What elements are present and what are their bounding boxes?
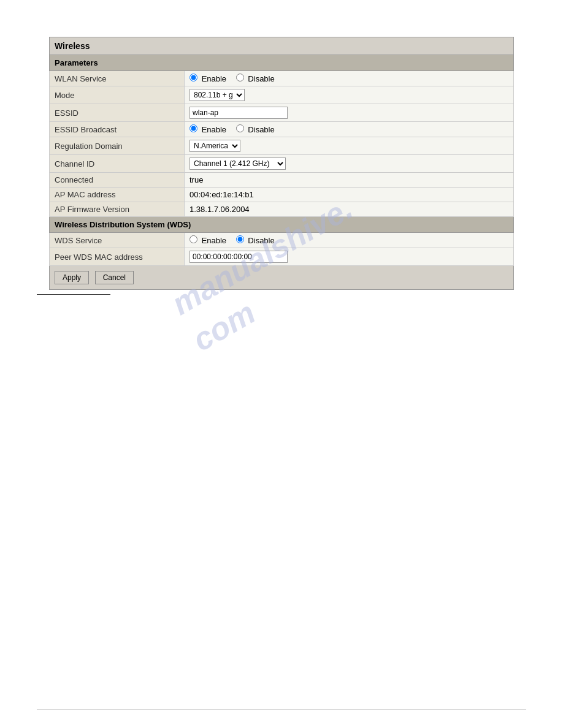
wds-service-label: WDS Service [50, 233, 185, 248]
wlan-service-value: Enable Disable [185, 71, 514, 86]
parameters-header-row: Parameters [50, 55, 514, 71]
wds-header: Wireless Distribution System (WDS) [50, 217, 514, 233]
essid-label: ESSID [50, 104, 185, 122]
ap-mac-value: 00:04:ed:1e:14:b1 [185, 188, 514, 202]
parameters-header: Parameters [50, 55, 514, 71]
top-separator-line [37, 294, 110, 295]
connected-row: Connected true [50, 173, 514, 188]
peer-wds-mac-label: Peer WDS MAC address [50, 248, 185, 266]
regulation-domain-row: Regulation Domain N.America Europe Japan [50, 137, 514, 155]
wlan-enable-text: Enable [202, 74, 226, 83]
wds-disable-text: Disable [248, 236, 274, 245]
wds-header-row: Wireless Distribution System (WDS) [50, 217, 514, 233]
ap-mac-row: AP MAC address 00:04:ed:1e:14:b1 [50, 188, 514, 202]
essid-broadcast-enable-text: Enable [202, 125, 226, 134]
mode-value: 802.11b + g 802.11b 802.11g [185, 86, 514, 104]
wireless-table: Wireless Parameters WLAN Service Enable … [49, 37, 514, 290]
essid-value [185, 104, 514, 122]
wds-enable-radio[interactable] [190, 235, 197, 243]
channel-id-select[interactable]: Channel 1 (2.412 GHz) Channel 2 (2.427 G… [190, 157, 286, 170]
buttons-row: Apply Cancel [50, 266, 514, 290]
page-title: Wireless [50, 37, 514, 55]
essid-input[interactable] [190, 107, 288, 119]
title-row: Wireless [50, 37, 514, 55]
wlan-disable-radio[interactable] [236, 74, 244, 82]
wlan-disable-text: Disable [248, 74, 274, 83]
regulation-domain-label: Regulation Domain [50, 137, 185, 155]
essid-broadcast-enable-label[interactable]: Enable [190, 125, 229, 134]
ap-mac-label: AP MAC address [50, 188, 185, 202]
wlan-enable-label[interactable]: Enable [190, 74, 229, 83]
wds-disable-label[interactable]: Disable [236, 236, 275, 245]
ap-firmware-value: 1.38.1.7.06.2004 [185, 202, 514, 217]
ap-firmware-row: AP Firmware Version 1.38.1.7.06.2004 [50, 202, 514, 217]
wds-disable-radio[interactable] [236, 235, 244, 243]
wlan-disable-label[interactable]: Disable [236, 74, 275, 83]
apply-button[interactable]: Apply [55, 271, 89, 284]
wds-service-value: Enable Disable [185, 233, 514, 248]
channel-id-value: Channel 1 (2.412 GHz) Channel 2 (2.427 G… [185, 155, 514, 173]
essid-broadcast-disable-label[interactable]: Disable [236, 125, 275, 134]
mode-label: Mode [50, 86, 185, 104]
channel-id-row: Channel ID Channel 1 (2.412 GHz) Channel… [50, 155, 514, 173]
essid-broadcast-label: ESSID Broadcast [50, 122, 185, 137]
cancel-button[interactable]: Cancel [95, 271, 134, 284]
connected-value: true [185, 173, 514, 188]
essid-broadcast-disable-radio[interactable] [236, 124, 244, 132]
wds-enable-label[interactable]: Enable [190, 236, 229, 245]
mode-select[interactable]: 802.11b + g 802.11b 802.11g [190, 89, 245, 101]
bottom-separator-line [37, 709, 526, 710]
ap-firmware-label: AP Firmware Version [50, 202, 185, 217]
essid-broadcast-enable-radio[interactable] [190, 124, 197, 132]
wlan-service-label: WLAN Service [50, 71, 185, 86]
connected-label: Connected [50, 173, 185, 188]
peer-wds-mac-row: Peer WDS MAC address [50, 248, 514, 266]
channel-id-label: Channel ID [50, 155, 185, 173]
buttons-cell: Apply Cancel [50, 266, 514, 290]
wds-enable-text: Enable [202, 236, 226, 245]
wlan-enable-radio[interactable] [190, 74, 197, 82]
regulation-domain-select[interactable]: N.America Europe Japan [190, 140, 240, 152]
essid-broadcast-disable-text: Disable [248, 125, 274, 134]
wlan-service-row: WLAN Service Enable Disable [50, 71, 514, 86]
mode-row: Mode 802.11b + g 802.11b 802.11g [50, 86, 514, 104]
essid-broadcast-value: Enable Disable [185, 122, 514, 137]
peer-wds-mac-value [185, 248, 514, 266]
essid-broadcast-row: ESSID Broadcast Enable Disable [50, 122, 514, 137]
wds-service-row: WDS Service Enable Disable [50, 233, 514, 248]
peer-wds-mac-input[interactable] [190, 251, 288, 263]
essid-row: ESSID [50, 104, 514, 122]
regulation-domain-value: N.America Europe Japan [185, 137, 514, 155]
